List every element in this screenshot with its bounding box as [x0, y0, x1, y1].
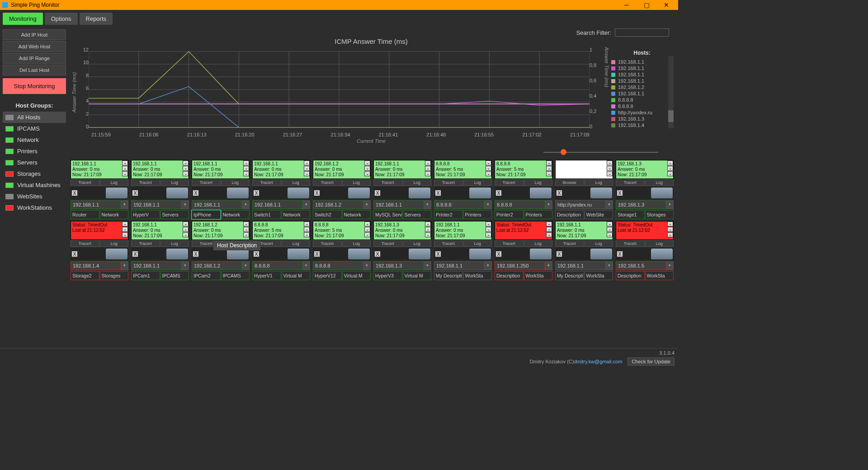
remove-host-button[interactable]: X: [435, 190, 441, 196]
host-description-field[interactable]: My Descripti: [555, 271, 584, 280]
card-menu-icon[interactable]: ⌄: [667, 166, 673, 171]
dropdown-icon[interactable]: ▾: [666, 200, 674, 209]
card-menu-icon[interactable]: ⌄: [364, 232, 370, 237]
card-menu-icon[interactable]: ⌄: [425, 221, 431, 226]
card-menu-icon[interactable]: ⌄: [183, 232, 189, 237]
remove-host-button[interactable]: X: [314, 190, 320, 196]
remove-host-button[interactable]: X: [71, 251, 78, 257]
dropdown-icon[interactable]: ▾: [242, 261, 250, 270]
host-description-field[interactable]: Description: [555, 210, 584, 219]
dropdown-icon[interactable]: ▾: [545, 200, 552, 209]
host-group-network[interactable]: Network: [3, 134, 66, 146]
tracert-button[interactable]: Tracert: [373, 240, 402, 247]
host-description-field[interactable]: IPCam1: [131, 271, 160, 280]
tracert-button[interactable]: Tracert: [131, 240, 160, 247]
close-button[interactable]: ✕: [656, 1, 676, 9]
card-menu-icon[interactable]: ⌄: [243, 171, 249, 176]
card-menu-icon[interactable]: ⌄: [364, 221, 370, 226]
host-group-field[interactable]: IPCAMS: [160, 271, 189, 280]
host-ip-select[interactable]: 192.168.1.1: [252, 200, 303, 209]
card-menu-icon[interactable]: ⌄: [486, 171, 491, 176]
remove-host-button[interactable]: X: [495, 251, 502, 257]
host-description-field[interactable]: HyperV12: [313, 271, 342, 280]
timeline-slider[interactable]: [159, 147, 658, 157]
del-last-host-button[interactable]: Del Last Host: [3, 65, 66, 75]
host-ip-select[interactable]: 8.8.8.8: [495, 200, 545, 209]
host-group-ipcams[interactable]: IPCAMS: [3, 123, 66, 134]
maximize-button[interactable]: ▢: [637, 1, 656, 9]
card-menu-icon[interactable]: ⌄: [546, 160, 552, 165]
remove-host-button[interactable]: X: [253, 190, 259, 196]
dropdown-icon[interactable]: ▾: [303, 200, 310, 209]
card-menu-icon[interactable]: ⌄: [486, 221, 491, 226]
search-input[interactable]: [615, 28, 669, 37]
author-email-link[interactable]: dmitry.kw@gmail.com: [574, 359, 622, 364]
tracert-button[interactable]: Tracert: [555, 240, 584, 247]
card-menu-icon[interactable]: ⌄: [486, 160, 491, 165]
tracert-button[interactable]: Tracert: [434, 240, 463, 247]
card-menu-icon[interactable]: ⌄: [243, 221, 249, 226]
dropdown-icon[interactable]: ▾: [606, 200, 613, 209]
tracert-button[interactable]: Tracert: [616, 240, 645, 247]
host-description-field[interactable]: IpPhone: [192, 210, 221, 219]
card-menu-icon[interactable]: ⌄: [183, 160, 189, 165]
host-description-field[interactable]: IPCam2: [192, 271, 221, 280]
dropdown-icon[interactable]: ▾: [182, 261, 189, 270]
host-ip-select[interactable]: 192.168.1.1: [555, 261, 606, 270]
log-button[interactable]: Log: [342, 240, 371, 247]
card-menu-icon[interactable]: ⌄: [607, 232, 613, 237]
card-menu-icon[interactable]: ⌄: [667, 171, 673, 176]
host-ip-select[interactable]: 192.168.1.1: [71, 200, 121, 209]
host-description-field[interactable]: Storage1: [616, 210, 645, 219]
legend-item[interactable]: 192.168.1.4: [611, 122, 673, 128]
host-description-field[interactable]: HyperV: [131, 210, 160, 219]
host-group-field[interactable]: Network: [100, 210, 129, 219]
card-menu-icon[interactable]: ⌄: [425, 171, 431, 176]
host-group-field[interactable]: Storages: [645, 210, 674, 219]
dropdown-icon[interactable]: ▾: [606, 261, 613, 270]
check-update-button[interactable]: Check for Update: [627, 357, 675, 366]
log-button[interactable]: Log: [100, 240, 129, 247]
host-group-field[interactable]: Network: [342, 210, 371, 219]
legend-item[interactable]: 8.8.8.8: [611, 103, 673, 109]
card-menu-icon[interactable]: ⌄: [486, 232, 491, 237]
remove-host-button[interactable]: X: [132, 251, 138, 257]
tracert-button[interactable]: Browse: [555, 179, 584, 186]
card-menu-icon[interactable]: ⌄: [546, 232, 552, 237]
tracert-button[interactable]: Tracert: [71, 240, 99, 247]
legend-item[interactable]: 192.168.1.1: [611, 90, 673, 97]
card-menu-icon[interactable]: ⌄: [667, 160, 673, 165]
tracert-button[interactable]: Tracert: [131, 179, 160, 186]
log-button[interactable]: Log: [463, 240, 492, 247]
tab-reports[interactable]: Reports: [80, 13, 113, 25]
host-description-field[interactable]: MySQL Serv: [373, 210, 402, 219]
card-menu-icon[interactable]: ⌄: [607, 171, 613, 176]
host-group-all-hosts[interactable]: All Hosts: [3, 112, 66, 123]
host-group-field[interactable]: Network: [221, 210, 250, 219]
card-menu-icon[interactable]: ⌄: [607, 221, 613, 226]
host-group-virtual-mashines[interactable]: Virtual Mashines: [3, 179, 66, 191]
remove-host-button[interactable]: X: [374, 251, 381, 257]
tracert-button[interactable]: Tracert: [71, 179, 99, 186]
log-button[interactable]: Log: [100, 179, 129, 186]
log-button[interactable]: Log: [403, 240, 432, 247]
card-menu-icon[interactable]: ⌄: [122, 227, 128, 232]
host-group-field[interactable]: Storages: [100, 271, 129, 280]
host-group-field[interactable]: WorkSta: [585, 271, 613, 280]
card-menu-icon[interactable]: ⌄: [122, 160, 128, 165]
remove-host-button[interactable]: X: [71, 190, 78, 196]
dropdown-icon[interactable]: ▾: [363, 200, 371, 209]
legend-item[interactable]: http://yandex.ru: [611, 109, 673, 116]
tracert-button[interactable]: Tracert: [495, 240, 524, 247]
host-group-field[interactable]: Printers: [463, 210, 492, 219]
add-ip-host-button[interactable]: Add IP Host: [3, 29, 66, 40]
card-menu-icon[interactable]: ⌄: [304, 171, 310, 176]
card-menu-icon[interactable]: ⌄: [425, 232, 431, 237]
host-description-field[interactable]: Switch2: [313, 210, 342, 219]
card-menu-icon[interactable]: ⌄: [183, 171, 189, 176]
remove-host-button[interactable]: X: [556, 251, 562, 257]
log-button[interactable]: Log: [524, 179, 553, 186]
host-group-printers[interactable]: Printers: [3, 146, 66, 157]
card-menu-icon[interactable]: ⌄: [667, 232, 673, 237]
log-button[interactable]: Log: [342, 179, 371, 186]
